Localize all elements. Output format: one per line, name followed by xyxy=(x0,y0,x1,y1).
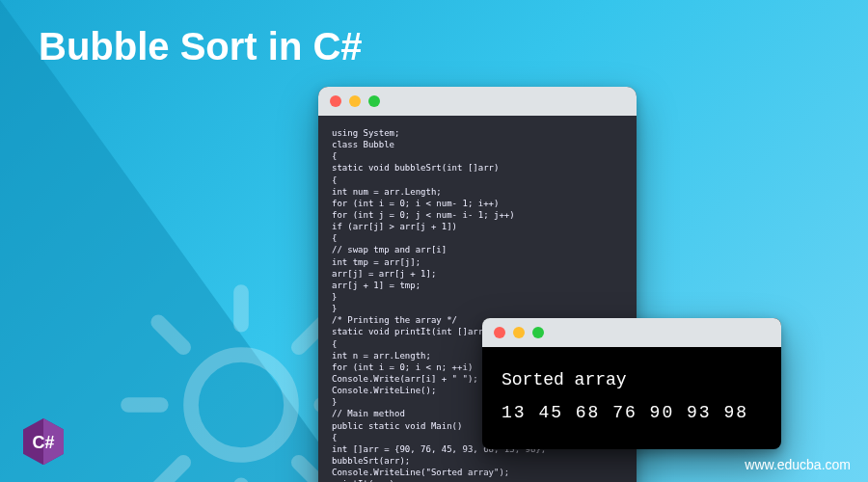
window-titlebar xyxy=(482,318,781,347)
close-icon xyxy=(494,327,505,338)
maximize-icon xyxy=(532,327,544,338)
output-values: 13 45 68 76 90 93 98 xyxy=(502,403,762,422)
watermark-text: www.educba.com xyxy=(745,457,851,472)
logo-text: C# xyxy=(33,433,55,452)
svg-point-0 xyxy=(191,355,291,455)
svg-line-5 xyxy=(158,322,183,347)
minimize-icon xyxy=(513,327,525,338)
maximize-icon xyxy=(368,95,380,107)
output-heading: Sorted array xyxy=(502,370,762,389)
output-window: Sorted array 13 45 68 76 90 93 98 xyxy=(482,318,781,449)
hero-banner: Bubble Sort in C# using System; class Bu… xyxy=(0,0,868,482)
page-title: Bubble Sort in C# xyxy=(39,25,363,68)
close-icon xyxy=(330,95,341,107)
minimize-icon xyxy=(349,95,361,107)
svg-line-7 xyxy=(158,463,183,482)
output-content: Sorted array 13 45 68 76 90 93 98 xyxy=(482,347,781,449)
csharp-logo-icon: C# xyxy=(23,418,64,465)
window-titlebar xyxy=(318,87,637,116)
